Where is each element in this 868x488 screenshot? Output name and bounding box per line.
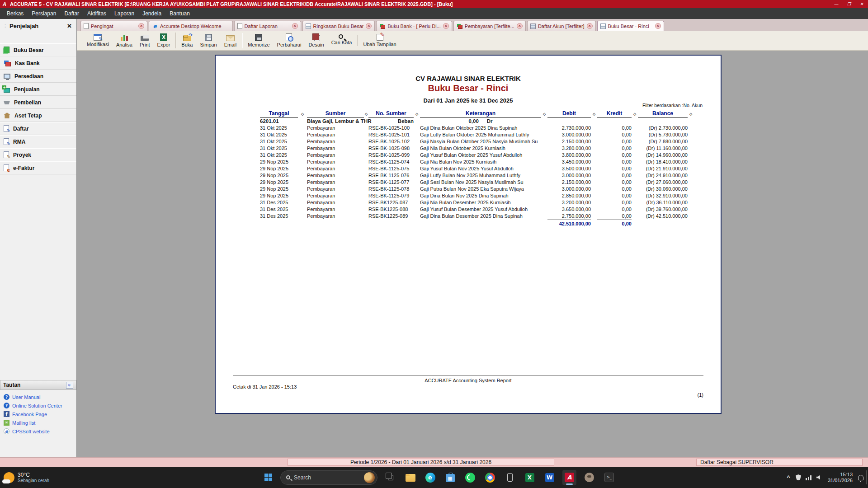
sort-diamond-icon[interactable]: ◇ <box>541 112 547 117</box>
taskbar-app-button[interactable] <box>582 470 596 485</box>
menu-item[interactable]: Persiapan <box>28 8 60 19</box>
tab-close-icon[interactable] <box>292 23 298 29</box>
menu-item[interactable]: Bantuan <box>165 8 194 19</box>
sort-diamond-icon[interactable]: ◇ <box>591 112 597 117</box>
toolbar-button[interactable]: Ubah Tampilan <box>359 33 400 48</box>
tray-icon[interactable] <box>796 474 801 480</box>
tautan-link[interactable]: CPSSoft website <box>2 427 75 436</box>
window-control-button[interactable] <box>855 0 868 8</box>
sort-diamond-icon[interactable]: ◇ <box>632 112 638 117</box>
sidebar-item[interactable]: Proyek <box>0 148 76 161</box>
toolbar-button[interactable]: Print <box>136 33 154 48</box>
tab[interactable]: Daftar Laporan <box>234 21 301 31</box>
taskbar-app-button[interactable] <box>602 470 616 485</box>
toolbar-button[interactable]: Desain <box>305 33 327 48</box>
tab-close-icon[interactable] <box>443 23 449 29</box>
weather-widget[interactable]: 30°C Sebagian cerah <box>4 472 49 483</box>
sidebar-item[interactable]: Pembelian <box>0 96 76 109</box>
taskbar-app-button[interactable] <box>403 470 417 485</box>
cell-tanggal: 31 Okt 2025 <box>260 125 298 131</box>
cell-sumber: Pembayaran <box>307 192 364 199</box>
toolbar-button[interactable]: Email <box>221 33 243 48</box>
sidebar-item[interactable]: Daftar <box>0 122 76 135</box>
taskbar-app-button[interactable] <box>542 470 557 485</box>
clock[interactable]: 15:13 31/01/2026 <box>828 472 853 483</box>
show-desktop-button[interactable] <box>866 470 868 484</box>
tab-close-icon[interactable] <box>655 23 661 29</box>
sidebar-item[interactable]: Aset Tetap <box>0 109 76 122</box>
taskbar-app-button[interactable] <box>443 470 457 485</box>
menu-item[interactable]: Jendela <box>138 8 165 19</box>
column-header-keterangan[interactable]: Keterangan <box>420 110 541 118</box>
sidebar-close-icon[interactable]: ✕ <box>65 23 74 29</box>
tautan-link[interactable]: User Manual <box>2 393 75 401</box>
sidebar-item[interactable]: Buku Besar <box>0 43 76 56</box>
toolbar-button[interactable]: Modifikasi <box>83 33 113 48</box>
window-control-button[interactable] <box>843 0 855 8</box>
tautan-link[interactable]: Facebook Page <box>2 410 75 418</box>
sidebar-item[interactable]: Penjualan <box>0 83 76 96</box>
taskbar-app-button[interactable] <box>423 470 437 485</box>
notifications-bell-icon[interactable] <box>858 475 863 480</box>
menu-item[interactable]: Daftar <box>60 8 83 19</box>
tab-close-icon[interactable] <box>138 23 144 29</box>
toolbar-button[interactable]: Simpan <box>196 33 220 48</box>
toolbar-button[interactable]: Expor <box>154 33 176 48</box>
sort-diamond-icon[interactable]: ◇ <box>298 112 307 117</box>
tab-close-icon[interactable] <box>587 23 593 29</box>
table-row: 29 Nop 2025 Pembayaran RSE-BK-1125-078 G… <box>216 186 721 192</box>
tab[interactable]: Pengingat <box>80 21 147 31</box>
tray-icon[interactable] <box>806 475 812 480</box>
tab[interactable]: Accurate Desktop Welcome <box>149 21 233 31</box>
toolbar-button[interactable]: Analisa <box>113 33 136 48</box>
sidebar-item[interactable]: RMA <box>0 135 76 148</box>
tray-icon[interactable] <box>816 475 822 480</box>
cell-sumber: Pembayaran <box>307 125 364 131</box>
tautan-link[interactable]: Online Solution Center <box>2 401 75 410</box>
taskbar-app-button[interactable] <box>503 470 517 485</box>
column-header-debit[interactable]: Debit <box>547 110 591 118</box>
menu-item[interactable]: Berkas <box>3 8 28 19</box>
taskbar-app-button[interactable] <box>562 470 576 485</box>
column-header-sumber[interactable]: Sumber <box>307 110 364 118</box>
chevron-down-icon[interactable] <box>66 382 73 389</box>
column-header-no-sumber[interactable]: No. Sumber <box>368 110 414 118</box>
cell-kredit: 0,00 <box>597 213 632 220</box>
sidebar-item[interactable]: Persediaan <box>0 70 76 83</box>
window-control-button[interactable] <box>830 0 843 8</box>
taskbar-app-button[interactable] <box>483 470 497 485</box>
column-header-kredit[interactable]: Kredit <box>597 110 632 118</box>
inventory-icon <box>4 74 10 79</box>
taskbar-app-button[interactable] <box>463 470 477 485</box>
sort-diamond-icon[interactable]: ◇ <box>688 112 694 117</box>
search-input[interactable]: Search <box>280 470 377 485</box>
tab[interactable]: Buku Besar - Rinci <box>597 21 664 31</box>
toolbar-button[interactable]: Memorize <box>244 33 273 48</box>
tab[interactable]: Ringkasan Buku Besar <box>302 21 375 31</box>
menu-item[interactable]: Laporan <box>110 8 138 19</box>
menu-item[interactable]: Aktifitas <box>83 8 110 19</box>
table-row: 29 Nop 2025 Pembayaran RSE-BK-1125-076 G… <box>216 172 721 179</box>
cell-keterangan: Gaji Lutfy Bulan Oktober 2025 Muhammad L… <box>420 131 541 138</box>
sidebar-item[interactable]: e-Faktur <box>0 161 76 174</box>
tautan-header[interactable]: Tautan <box>0 380 76 390</box>
toolbar-button[interactable]: Perbaharui <box>274 33 305 48</box>
toolbar-button[interactable]: Buka <box>178 33 196 48</box>
tab[interactable]: Buku Bank - [ Perlu Di... <box>376 21 452 31</box>
tab-close-icon[interactable] <box>366 23 372 29</box>
tab[interactable]: Pembayaran [Terfilte... <box>453 21 526 31</box>
tautan-link[interactable]: Mailing list <box>2 418 75 427</box>
report-title: Buku Besar - Rinci <box>216 83 721 94</box>
start-button[interactable] <box>260 469 276 486</box>
sort-diamond-icon[interactable]: ◇ <box>364 112 368 117</box>
hidden-icons-chevron-icon[interactable]: ^ <box>787 474 790 481</box>
toolbar-button[interactable]: Cari Kata <box>328 35 358 46</box>
column-header-tanggal[interactable]: Tanggal <box>260 110 298 118</box>
sort-diamond-icon[interactable]: ◇ <box>414 112 420 117</box>
taskbar-app-button[interactable] <box>523 470 537 485</box>
sidebar-item[interactable]: Kas Bank <box>0 56 76 70</box>
taskbar-app-button[interactable] <box>383 470 397 485</box>
tab-close-icon[interactable] <box>517 23 523 29</box>
column-header-balance[interactable]: Balance <box>638 110 688 118</box>
tab[interactable]: Daftar Akun [Terfilter] <box>527 21 596 31</box>
